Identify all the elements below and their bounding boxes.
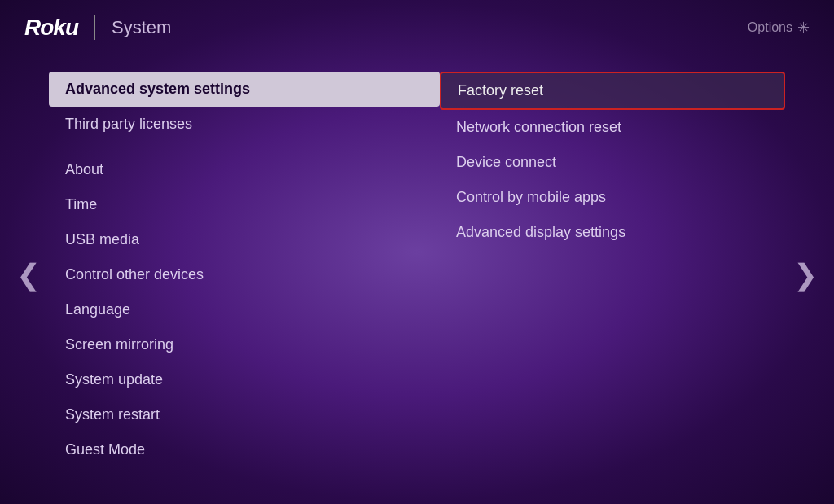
sidebar-item-screen-mirroring[interactable]: Screen mirroring — [49, 327, 440, 362]
header-left: Roku System — [24, 15, 171, 41]
panels-container: Advanced system settings Third party lic… — [49, 55, 785, 494]
sidebar-item-language[interactable]: Language — [49, 292, 440, 327]
menu-divider — [65, 147, 424, 147]
right-item-control-by-mobile-apps[interactable]: Control by mobile apps — [440, 180, 785, 215]
right-item-network-connection-reset[interactable]: Network connection reset — [440, 110, 785, 145]
sidebar-item-system-update[interactable]: System update — [49, 362, 440, 397]
options-icon: ✳ — [797, 19, 810, 37]
main-content: ❮ Advanced system settings Third party l… — [0, 55, 834, 494]
options-label: Options — [748, 20, 792, 35]
sidebar-item-advanced-system-settings[interactable]: Advanced system settings — [49, 72, 440, 107]
sidebar-item-time[interactable]: Time — [49, 187, 440, 222]
left-panel: Advanced system settings Third party lic… — [49, 64, 440, 486]
right-item-advanced-display-settings[interactable]: Advanced display settings — [440, 215, 785, 250]
sidebar-item-system-restart[interactable]: System restart — [49, 397, 440, 432]
nav-left-arrow[interactable]: ❮ — [8, 250, 49, 300]
sidebar-item-third-party-licenses[interactable]: Third party licenses — [49, 107, 440, 142]
sidebar-item-control-other-devices[interactable]: Control other devices — [49, 257, 440, 292]
sidebar-item-guest-mode[interactable]: Guest Mode — [49, 432, 440, 467]
options-button[interactable]: Options ✳ — [748, 19, 810, 37]
nav-right-arrow[interactable]: ❯ — [785, 250, 826, 300]
sidebar-item-about[interactable]: About — [49, 152, 440, 187]
right-item-factory-reset[interactable]: Factory reset — [440, 72, 785, 110]
right-item-device-connect[interactable]: Device connect — [440, 145, 785, 180]
page-title: System — [112, 17, 171, 38]
right-panel: Factory reset Network connection reset D… — [440, 64, 785, 486]
header-divider — [94, 15, 95, 40]
sidebar-item-usb-media[interactable]: USB media — [49, 222, 440, 257]
roku-logo: Roku — [24, 15, 78, 41]
header: Roku System Options ✳ — [0, 0, 834, 55]
